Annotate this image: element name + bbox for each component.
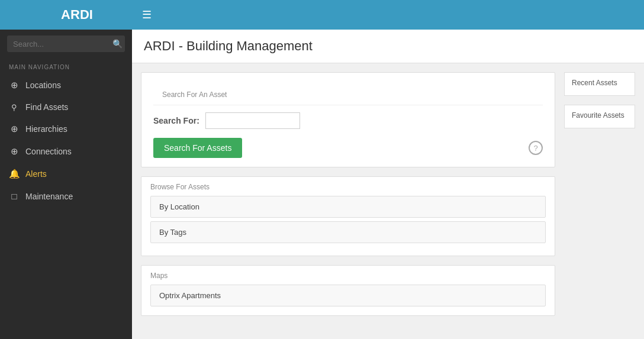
recent-assets-label: Recent Assets — [572, 79, 627, 87]
sidebar-item-label: Maintenance — [25, 192, 73, 201]
content-body: Search For An Asset Search For: Search F… — [132, 63, 644, 339]
browse-section-title: Browse For Assets — [150, 183, 546, 191]
browse-item-by-tags[interactable]: By Tags — [150, 221, 546, 243]
plus-circle-icon: ⊕ — [9, 80, 20, 91]
menu-icon[interactable]: ☰ — [142, 8, 152, 21]
browse-inner: Browse For Assets By Location By Tags — [141, 177, 555, 256]
sidebar-search-input[interactable] — [13, 40, 112, 49]
browse-assets-card: Browse For Assets By Location By Tags — [141, 176, 555, 256]
maps-section-title: Maps — [150, 272, 546, 280]
favourite-assets-label: Favourite Assets — [572, 111, 627, 120]
maps-card: Maps Optrix Apartments — [141, 265, 555, 316]
side-column: Recent Assets Favourite Assets — [564, 72, 635, 330]
sidebar: 🔍 MAIN NAVIGATION ⊕ Locations ⚲ Find Ass… — [0, 30, 132, 339]
content-area: ARDI - Building Management Search For An… — [132, 30, 644, 339]
maps-inner: Maps Optrix Apartments — [141, 266, 555, 315]
sidebar-item-connections[interactable]: ⊕ Connections — [0, 140, 132, 163]
main-column: Search For An Asset Search For: Search F… — [141, 72, 555, 330]
sidebar-item-label: Alerts — [25, 169, 47, 179]
sidebar-item-label: Locations — [25, 80, 61, 90]
sidebar-item-label: Connections — [25, 147, 72, 156]
search-for-input[interactable] — [205, 112, 300, 129]
page-title: ARDI - Building Management — [144, 38, 632, 54]
sidebar-item-alerts[interactable]: 🔔 Alerts — [0, 163, 132, 185]
sidebar-item-hierarchies[interactable]: ⊕ Hierarchies — [0, 118, 132, 140]
plus-circle-icon-3: ⊕ — [9, 146, 20, 157]
sidebar-item-maintenance[interactable]: □ Maintenance — [0, 185, 132, 207]
search-form-row: Search For: — [153, 112, 543, 129]
search-section-title: Search For An Asset — [153, 85, 543, 105]
sidebar-item-locations[interactable]: ⊕ Locations — [0, 74, 132, 96]
sidebar-item-find-assets[interactable]: ⚲ Find Assets — [0, 96, 132, 118]
top-bar: ARDI ☰ — [0, 0, 644, 30]
main-layout: 🔍 MAIN NAVIGATION ⊕ Locations ⚲ Find Ass… — [0, 30, 644, 339]
bell-icon: 🔔 — [9, 169, 20, 179]
browse-item-by-location[interactable]: By Location — [150, 196, 546, 218]
sidebar-search-wrapper[interactable]: 🔍 — [7, 35, 125, 52]
maps-item-optrix[interactable]: Optrix Apartments — [150, 285, 546, 306]
sidebar-item-label: Find Assets — [25, 102, 68, 112]
sidebar-item-label: Hierarchies — [25, 124, 67, 134]
sidebar-search-container: 🔍 — [0, 30, 132, 58]
search-icon: 🔍 — [112, 39, 123, 49]
help-icon[interactable]: ? — [529, 141, 543, 155]
search-for-label: Search For: — [153, 116, 199, 125]
app-logo: ARDI — [12, 7, 142, 22]
search-asset-card: Search For An Asset Search For: Search F… — [141, 72, 555, 167]
search-bottom-row: Search For Assets ? — [153, 138, 543, 158]
search-nav-icon: ⚲ — [9, 103, 20, 112]
square-icon: □ — [9, 191, 20, 201]
favourite-assets-card: Favourite Assets — [564, 105, 635, 128]
nav-label: MAIN NAVIGATION — [0, 58, 132, 74]
recent-assets-card: Recent Assets — [564, 72, 635, 96]
search-for-assets-button[interactable]: Search For Assets — [153, 138, 242, 158]
page-title-bar: ARDI - Building Management — [132, 30, 644, 63]
plus-circle-icon-2: ⊕ — [9, 124, 20, 134]
search-asset-inner: Search For An Asset Search For: Search F… — [141, 73, 555, 167]
